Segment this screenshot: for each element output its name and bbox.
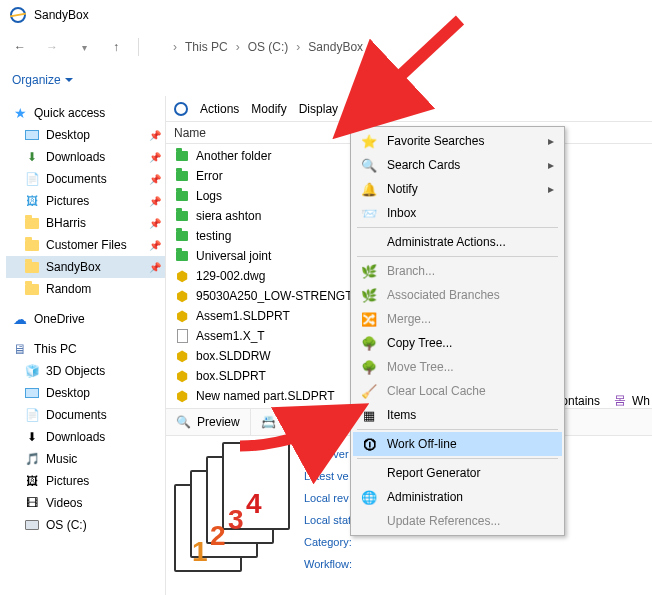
folder-icon: 🎞 — [24, 495, 40, 511]
tools-menu: ⭐Favorite Searches▸🔍Search Cards▸🔔Notify… — [350, 126, 565, 536]
menu-item[interactable]: Administrate Actions... — [353, 230, 562, 254]
sidebar-item[interactable]: Customer Files📌 — [6, 234, 165, 256]
file-name: siera ashton — [196, 209, 261, 223]
sidebar-thispc[interactable]: 🖥 This PC — [6, 338, 165, 360]
menu-item[interactable]: 📨Inbox — [353, 201, 562, 225]
sidebar-onedrive[interactable]: ☁ OneDrive — [6, 308, 165, 330]
sidebar-item-label: Videos — [46, 496, 82, 510]
sidebar-item[interactable]: Random — [6, 278, 165, 300]
file-icon: ⬢ — [174, 288, 190, 304]
file-name: box.SLDDRW — [196, 349, 270, 363]
star-icon: ★ — [12, 105, 28, 121]
menu-label: Move Tree... — [387, 360, 454, 374]
sidebar-item[interactable]: 🧊3D Objects — [6, 360, 165, 382]
sidebar-item[interactable]: 🎵Music — [6, 448, 165, 470]
forward-button[interactable]: → — [42, 37, 62, 57]
menu-label: Associated Branches — [387, 288, 500, 302]
app-icon — [10, 7, 26, 23]
annotation-arrow-tools — [375, 12, 475, 115]
chevron-right-icon: › — [296, 40, 300, 54]
menu-item[interactable]: 🌐Administration — [353, 485, 562, 509]
sidebar-item[interactable]: 🖼Pictures — [6, 470, 165, 492]
address-bar[interactable]: › This PC › OS (C:) › SandyBox — [151, 40, 363, 54]
file-name: testing — [196, 229, 231, 243]
menu-icon: 🌿 — [361, 263, 377, 279]
sidebar-item[interactable]: OS (C:) — [6, 514, 165, 536]
app-icon — [174, 102, 188, 116]
pin-icon: 📌 — [149, 240, 161, 251]
sidebar-label: Quick access — [34, 106, 105, 120]
menu-actions[interactable]: Actions — [200, 102, 239, 116]
menu-item[interactable]: ⏼Work Off-line — [353, 432, 562, 456]
file-icon — [174, 208, 190, 224]
up-button[interactable]: ↑ — [106, 37, 126, 57]
menu-item[interactable]: Report Generator — [353, 461, 562, 485]
menu-icon: 🔀 — [361, 311, 377, 327]
folder-icon — [24, 215, 40, 231]
menu-display[interactable]: Display — [299, 102, 338, 116]
menu-label: Search Cards — [387, 158, 460, 172]
sidebar-item[interactable]: 🖼Pictures📌 — [6, 190, 165, 212]
sidebar-item[interactable]: SandyBox📌 — [6, 256, 165, 278]
folder-icon — [24, 517, 40, 533]
sidebar-item-label: 3D Objects — [46, 364, 105, 378]
menu-icon — [361, 465, 377, 481]
chevron-right-icon: ▸ — [548, 134, 554, 148]
file-name: Assem1.SLDPRT — [196, 309, 290, 323]
sidebar-item[interactable]: ⬇Downloads — [6, 426, 165, 448]
organize-label: Organize — [12, 73, 61, 87]
file-name: Error — [196, 169, 223, 183]
menu-label: Notify — [387, 182, 418, 196]
menu-item[interactable]: 🔍Search Cards▸ — [353, 153, 562, 177]
file-name: box.SLDPRT — [196, 369, 266, 383]
col-name[interactable]: Name — [174, 126, 354, 140]
address-icon — [151, 40, 165, 54]
file-name: 129-002.dwg — [196, 269, 265, 283]
menu-item: 🌿Associated Branches — [353, 283, 562, 307]
breadcrumb-sandybox[interactable]: SandyBox — [308, 40, 363, 54]
folder-icon: 🧊 — [24, 363, 40, 379]
menu-item[interactable]: 🔔Notify▸ — [353, 177, 562, 201]
folder-icon: 📄 — [24, 171, 40, 187]
sidebar-item-label: Customer Files — [46, 238, 127, 252]
menu-item[interactable]: ▦Items — [353, 403, 562, 427]
tab-contains[interactable]: ontains — [561, 394, 600, 408]
sidebar-item[interactable]: ⬇Downloads📌 — [6, 146, 165, 168]
sidebar-item[interactable]: Desktop📌 — [6, 124, 165, 146]
back-button[interactable]: ← — [10, 37, 30, 57]
sidebar-item-label: Desktop — [46, 128, 90, 142]
titlebar: SandyBox — [0, 0, 652, 30]
sidebar-item[interactable]: 📄Documents — [6, 404, 165, 426]
menu-icon: ⭐ — [361, 133, 377, 149]
organize-button[interactable]: Organize — [12, 73, 73, 87]
folder-icon — [24, 259, 40, 275]
file-icon — [174, 188, 190, 204]
pin-icon: 📌 — [149, 152, 161, 163]
folder-icon — [24, 281, 40, 297]
chevron-right-icon: › — [236, 40, 240, 54]
sidebar-item[interactable]: 🎞Videos — [6, 492, 165, 514]
file-icon: ⬢ — [174, 268, 190, 284]
menu-label: Clear Local Cache — [387, 384, 486, 398]
menu-icon — [361, 513, 377, 529]
pin-icon: 📌 — [149, 218, 161, 229]
menu-modify[interactable]: Modify — [251, 102, 286, 116]
version-stack-icon: 1234 — [174, 444, 294, 574]
sidebar-quickaccess[interactable]: ★ Quick access — [6, 102, 165, 124]
breadcrumb-thispc[interactable]: This PC — [185, 40, 228, 54]
chevron-right-icon: ▸ — [548, 158, 554, 172]
recent-dropdown[interactable]: ▾ — [74, 37, 94, 57]
menu-icon: 📨 — [361, 205, 377, 221]
sidebar-item[interactable]: BHarris📌 — [6, 212, 165, 234]
menu-label: Administration — [387, 490, 463, 504]
sidebar-item[interactable]: 📄Documents📌 — [6, 168, 165, 190]
tab-where[interactable]: Wh — [632, 394, 650, 408]
menu-label: Administrate Actions... — [387, 235, 506, 249]
menu-item[interactable]: ⭐Favorite Searches▸ — [353, 129, 562, 153]
sidebar-item-label: SandyBox — [46, 260, 101, 274]
file-icon — [174, 148, 190, 164]
breadcrumb-os[interactable]: OS (C:) — [248, 40, 289, 54]
sidebar-item[interactable]: Desktop — [6, 382, 165, 404]
menu-item[interactable]: 🌳Copy Tree... — [353, 331, 562, 355]
sidebar-item-label: Desktop — [46, 386, 90, 400]
